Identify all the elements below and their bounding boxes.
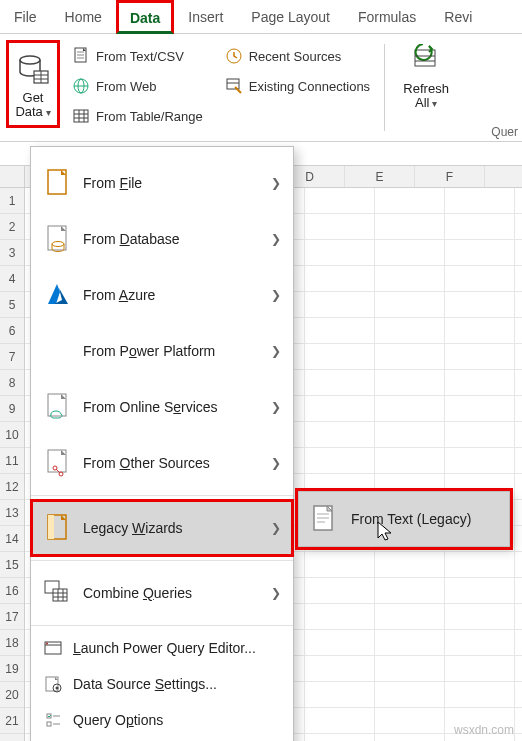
row-header[interactable]: 20 <box>0 682 24 708</box>
menu-from-power-platform-label: From Power Platform <box>83 343 271 359</box>
chevron-right-icon: ❯ <box>271 176 281 190</box>
menu-legacy-wizards-label: Legacy Wizards <box>83 520 271 536</box>
menu-separator <box>31 495 293 496</box>
chevron-right-icon: ❯ <box>271 456 281 470</box>
table-range-icon <box>72 107 90 125</box>
watermark: wsxdn.com <box>454 723 514 737</box>
recent-icon <box>225 47 243 65</box>
legacy-wizards-icon <box>43 513 73 543</box>
get-data-label-1: Get <box>23 90 44 105</box>
existing-connections-button[interactable]: Existing Connections <box>221 74 374 98</box>
recent-sources-label: Recent Sources <box>249 49 342 64</box>
svg-point-25 <box>52 242 64 247</box>
file-icon <box>43 168 73 198</box>
get-transform-col1: From Text/CSV From Web From Table/Range <box>68 40 207 128</box>
row-header[interactable]: 12 <box>0 474 24 500</box>
row-header[interactable]: 6 <box>0 318 24 344</box>
chevron-right-icon: ❯ <box>271 400 281 414</box>
row-header[interactable]: 1 <box>0 188 24 214</box>
text-csv-icon <box>72 47 90 65</box>
from-web-label: From Web <box>96 79 156 94</box>
menu-from-azure[interactable]: From Azure ❯ <box>31 267 293 323</box>
row-header[interactable]: 2 <box>0 214 24 240</box>
menu-from-other-sources-label: From Other Sources <box>83 455 271 471</box>
menu-query-options-label: Query Options <box>73 712 281 728</box>
row-header[interactable]: 5 <box>0 292 24 318</box>
svg-rect-18 <box>227 79 239 89</box>
tab-data[interactable]: Data <box>116 0 174 34</box>
combine-queries-icon <box>43 578 73 608</box>
chevron-right-icon: ❯ <box>271 232 281 246</box>
column-header[interactable]: F <box>415 166 485 187</box>
row-header[interactable]: 4 <box>0 266 24 292</box>
menu-from-online-services[interactable]: From Online Services ❯ <box>31 379 293 435</box>
menu-separator <box>31 625 293 626</box>
tab-insert[interactable]: Insert <box>174 0 237 34</box>
power-platform-icon <box>43 336 73 366</box>
from-text-csv-button[interactable]: From Text/CSV <box>68 44 207 68</box>
other-sources-icon <box>43 448 73 478</box>
svg-rect-12 <box>74 110 88 122</box>
web-icon <box>72 77 90 95</box>
menu-combine-queries[interactable]: Combine Queries ❯ <box>31 565 293 621</box>
row-header[interactable]: 9 <box>0 396 24 422</box>
tab-home[interactable]: Home <box>51 0 116 34</box>
menu-from-other-sources[interactable]: From Other Sources ❯ <box>31 435 293 491</box>
row-header[interactable]: 21 <box>0 708 24 734</box>
row-header[interactable]: 7 <box>0 344 24 370</box>
refresh-icon <box>409 44 443 78</box>
row-header[interactable]: 19 <box>0 656 24 682</box>
submenu-from-text-legacy-label: From Text (Legacy) <box>351 511 471 527</box>
row-header[interactable]: 3 <box>0 240 24 266</box>
menu-launch-power-query-editor[interactable]: Launch Power Query Editor... <box>31 630 293 666</box>
svg-rect-46 <box>47 722 51 726</box>
from-web-button[interactable]: From Web <box>68 74 207 98</box>
row-header[interactable]: 14 <box>0 526 24 552</box>
svg-point-0 <box>20 56 40 64</box>
get-data-label-2: Data <box>15 104 42 119</box>
menu-legacy-wizards[interactable]: Legacy Wizards ❯ <box>31 500 293 556</box>
menu-query-options[interactable]: Query Options <box>31 702 293 738</box>
row-header[interactable]: 11 <box>0 448 24 474</box>
ribbon: Get Data ▾ From Text/CSV From Web From T… <box>0 34 522 142</box>
row-header[interactable]: 10 <box>0 422 24 448</box>
recent-sources-button[interactable]: Recent Sources <box>221 44 374 68</box>
menu-from-file-label: From File <box>83 175 271 191</box>
chevron-right-icon: ❯ <box>271 288 281 302</box>
refresh-all-button[interactable]: Refresh All ▾ <box>395 40 457 111</box>
menu-from-database-label: From Database <box>83 231 271 247</box>
menu-from-power-platform[interactable]: From Power Platform ❯ <box>31 323 293 379</box>
menu-launch-pqe-label: Launch Power Query Editor... <box>73 640 281 656</box>
ribbon-group-label: Quer <box>491 125 518 139</box>
legacy-wizards-submenu-from-text[interactable]: From Text (Legacy) <box>298 491 510 547</box>
menu-from-database[interactable]: From Database ❯ <box>31 211 293 267</box>
tab-file[interactable]: File <box>0 0 51 34</box>
row-header[interactable]: 18 <box>0 630 24 656</box>
chevron-right-icon: ❯ <box>271 521 281 535</box>
get-transform-col2: Recent Sources Existing Connections <box>221 40 374 98</box>
svg-point-44 <box>56 687 59 690</box>
row-header[interactable]: 16 <box>0 578 24 604</box>
menu-from-file[interactable]: From File ❯ <box>31 155 293 211</box>
ribbon-separator <box>384 44 385 131</box>
row-header[interactable]: 15 <box>0 552 24 578</box>
row-header[interactable]: 17 <box>0 604 24 630</box>
from-table-range-button[interactable]: From Table/Range <box>68 104 207 128</box>
row-header[interactable]: 13 <box>0 500 24 526</box>
row-header[interactable]: 8 <box>0 370 24 396</box>
select-all-corner[interactable] <box>0 166 24 188</box>
from-table-range-label: From Table/Range <box>96 109 203 124</box>
row-headers: 1 2 3 4 5 6 7 8 9 10 11 12 13 14 15 16 1… <box>0 166 25 741</box>
svg-rect-32 <box>48 515 54 539</box>
chevron-right-icon: ❯ <box>271 586 281 600</box>
tab-review[interactable]: Revi <box>430 0 486 34</box>
online-services-icon <box>43 392 73 422</box>
get-data-menu: From File ❯ From Database ❯ From Azure ❯… <box>30 146 294 741</box>
get-data-button[interactable]: Get Data ▾ <box>6 40 60 128</box>
column-header[interactable]: E <box>345 166 415 187</box>
tab-page-layout[interactable]: Page Layout <box>237 0 344 34</box>
menu-data-source-settings-label: Data Source Settings... <box>73 676 281 692</box>
tab-formulas[interactable]: Formulas <box>344 0 430 34</box>
menu-data-source-settings[interactable]: Data Source Settings... <box>31 666 293 702</box>
menu-from-azure-label: From Azure <box>83 287 271 303</box>
